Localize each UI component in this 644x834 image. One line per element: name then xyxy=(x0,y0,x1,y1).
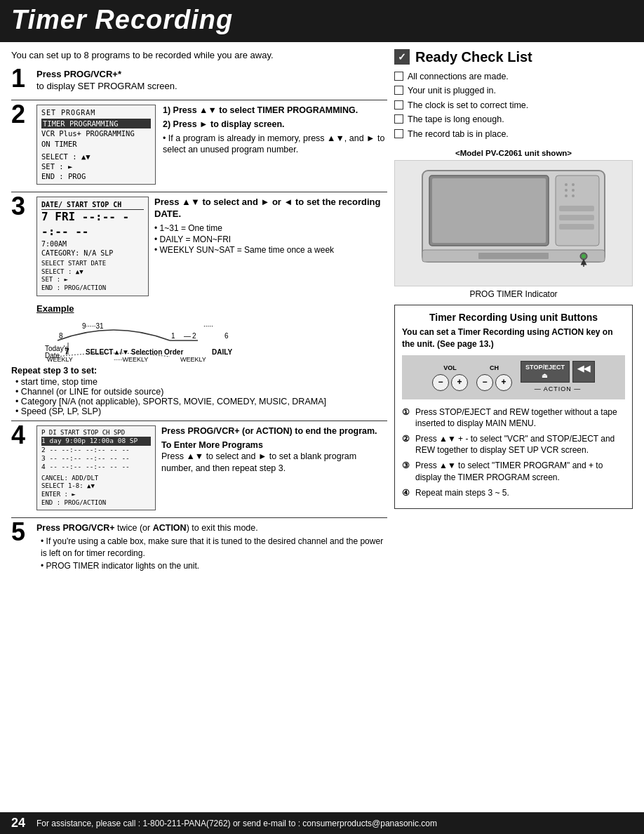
step-3-inner: DATE/ START STOP CH 7 FRI --:-- --:-- --… xyxy=(36,197,387,296)
svg-text:1: 1 xyxy=(171,332,175,340)
ch-plus[interactable]: + xyxy=(495,374,512,391)
ch-label: CH xyxy=(490,364,499,373)
step-2-content: SET PROGRAM TIMER PROGRAMMING VCR Plus+ … xyxy=(36,105,387,185)
step-2: 2 SET PROGRAM TIMER PROGRAMMING VCR Plus… xyxy=(11,105,387,185)
screen4-header: P DI START STOP CH SPD xyxy=(41,429,151,437)
divider-4 xyxy=(11,517,387,518)
step-2-screen: SET PROGRAM TIMER PROGRAMMING VCR Plus+ … xyxy=(36,105,156,185)
unit-buttons-title: Timer Recording Using unit Buttons xyxy=(402,311,625,324)
step-5-title: Press PROG/VCR+ twice (or ACTION) to exi… xyxy=(36,522,387,534)
rew-btn[interactable]: ◀◀ xyxy=(572,361,595,383)
screen-item-2: VCR Plus+ PROGRAMMING xyxy=(41,128,151,138)
step-2-instructions: 1) Press ▲▼ to select TIMER PROGRAMMING.… xyxy=(163,105,387,159)
screen4-row3: 3 -- --:-- --:-- -- -- xyxy=(41,454,151,463)
vcr-svg xyxy=(415,167,612,279)
screen3-header: DATE/ START STOP CH xyxy=(41,200,144,210)
svg-text:WEEKLY: WEEKLY xyxy=(47,356,73,362)
screen3-row2: 7:00AM xyxy=(41,239,144,249)
footer-page: 24 xyxy=(11,816,25,830)
screen4-footer: CANCEL: ADD/DLT SELECT 1-8: ▲▼ ENTER : ►… xyxy=(41,475,151,508)
svg-text:6: 6 xyxy=(224,332,229,340)
checkbox-1 xyxy=(394,72,403,81)
ready-check-item-5: The record tab is in place. xyxy=(394,128,633,141)
step-3-bullet-1: 1~31 = One time xyxy=(154,223,387,234)
step-5: 5 Press PROG/VCR+ twice (or ACTION) to e… xyxy=(11,522,387,572)
svg-rect-30 xyxy=(559,206,594,211)
footer-text: For assistance, please call : 1-800-211-… xyxy=(36,819,437,828)
unit-buttons-box: Timer Recording Using unit Buttons You c… xyxy=(394,305,633,509)
screen-item-3: ON TIMER xyxy=(41,139,151,149)
step-3-number: 3 xyxy=(11,194,31,219)
step-1-subtitle: to display SET PROGRAM screen. xyxy=(36,81,387,93)
intro-text: You can set up to 8 programs to be recor… xyxy=(11,49,387,62)
svg-point-36 xyxy=(582,254,586,258)
repeat-step: Repeat step 3 to set: start time, stop t… xyxy=(11,366,387,416)
ready-check-header: ✓ Ready Check List xyxy=(394,49,633,65)
unit-step-4-num: ④ xyxy=(402,487,412,498)
svg-text:2: 2 xyxy=(192,332,196,340)
ready-check-item-3: The clock is set to correct time. xyxy=(394,100,633,112)
unit-step-4: ④ Repeat main steps 3 ~ 5. xyxy=(402,487,625,498)
svg-rect-22 xyxy=(432,178,546,243)
step-2-number: 2 xyxy=(11,102,31,127)
unit-step-2-text: Press ▲▼ + - to select "VCR" and STOP/EJ… xyxy=(415,433,625,456)
step-3: 3 DATE/ START STOP CH 7 FRI --:-- --:-- … xyxy=(11,197,387,296)
check-icon: ✓ xyxy=(394,49,410,65)
unit-step-1-num: ① xyxy=(402,406,412,429)
svg-point-27 xyxy=(572,189,575,192)
step-5-content: Press PROG/VCR+ twice (or ACTION) to exi… xyxy=(36,522,387,572)
step-2-inst-1: 1) Press ▲▼ to select TIMER PROGRAMMING. xyxy=(163,105,387,117)
prog-timer-label: PROG TIMER Indicator xyxy=(394,289,633,299)
vol-plus[interactable]: + xyxy=(451,374,468,391)
svg-text:—: — xyxy=(184,332,191,340)
screen-title: SET PROGRAM xyxy=(41,108,151,118)
step-3-main: Press ▲▼ to select and ► or ◄ to set the… xyxy=(154,197,387,220)
repeat-list: start time, stop time Channel (or LINE f… xyxy=(11,377,387,416)
screen4-row4: 4 -- --:-- --:-- -- -- xyxy=(41,463,151,471)
svg-point-28 xyxy=(565,194,568,197)
svg-text:·····WEEKLY: ·····WEEKLY xyxy=(114,356,148,362)
screen4-row1: 1 day 9:00p 12:00a 08 SP xyxy=(41,437,151,445)
stop-eject-btn[interactable]: STOP/EJECT⏏ xyxy=(521,361,570,383)
step-1: 1 Press PROG/VCR+* to display SET PROGRA… xyxy=(11,69,387,93)
unit-step-3-num: ③ xyxy=(402,460,412,482)
divider-1 xyxy=(11,100,387,100)
step-5-bullets: If you're using a cable box, make sure t… xyxy=(36,536,387,571)
vol-label: VOL xyxy=(443,364,457,373)
unit-step-2-num: ② xyxy=(402,433,412,456)
svg-text:DAILY: DAILY xyxy=(212,348,232,356)
mini-controls: VOL − + CH − + STOP/EJECT⏏ xyxy=(402,355,625,399)
ch-buttons: − + xyxy=(476,374,512,391)
screen4-row2: 2 -- --:-- --:-- -- -- xyxy=(41,446,151,454)
step-2-inner: SET PROGRAM TIMER PROGRAMMING VCR Plus+ … xyxy=(36,105,387,185)
vol-buttons: − + xyxy=(432,374,468,391)
step-4-number: 4 xyxy=(11,423,31,448)
repeat-title: Repeat step 3 to set: xyxy=(11,366,387,376)
unit-buttons-intro: You can set a Timer Recording using ACTI… xyxy=(402,326,625,349)
page-header: Timer Recording xyxy=(0,0,644,42)
svg-text:9·····31: 9·····31 xyxy=(82,322,104,330)
step-5-bullet-1: If you're using a cable box, make sure t… xyxy=(41,536,387,558)
step-1-number: 1 xyxy=(11,66,31,91)
ch-minus[interactable]: − xyxy=(476,374,493,391)
right-column: ✓ Ready Check List All connections are m… xyxy=(394,49,633,580)
step-4-screen: P DI START STOP CH SPD 1 day 9:00p 12:00… xyxy=(36,425,156,511)
step-3-instructions: Press ▲▼ to select and ► or ◄ to set the… xyxy=(154,197,387,256)
page-title: Timer Recording xyxy=(11,5,233,34)
step-2-inst-3: • If a program is already in memory, pre… xyxy=(163,133,387,157)
screen3-row1: 7 FRI --:-- --:-- -- xyxy=(41,210,144,239)
checkbox-3 xyxy=(394,100,403,110)
svg-text:·····: ····· xyxy=(203,322,213,330)
ready-check-list: All connections are made. Your unit is p… xyxy=(394,71,633,141)
vol-minus[interactable]: − xyxy=(432,374,449,391)
vcr-image xyxy=(394,160,633,286)
unit-step-1: ① Press STOP/EJECT and REW together with… xyxy=(402,406,625,429)
example-diagram: 8 9·····31 1 — 2 ····· 6 Today's Date 7 … xyxy=(43,316,387,362)
repeat-item-2: Channel (or LINE for outside source) xyxy=(15,387,387,397)
example-label: Example xyxy=(36,303,387,314)
step-3-bullet-3: WEEKLY SUN~SAT = Same time once a week xyxy=(154,245,387,256)
unit-step-3-text: Press ▲▼ to select "TIMER PROGRAM" and +… xyxy=(415,460,625,482)
ready-check-item-1: All connections are made. xyxy=(394,71,633,84)
svg-point-26 xyxy=(565,189,568,192)
step-3-bullet-2: DAILY = MON~FRI xyxy=(154,234,387,246)
